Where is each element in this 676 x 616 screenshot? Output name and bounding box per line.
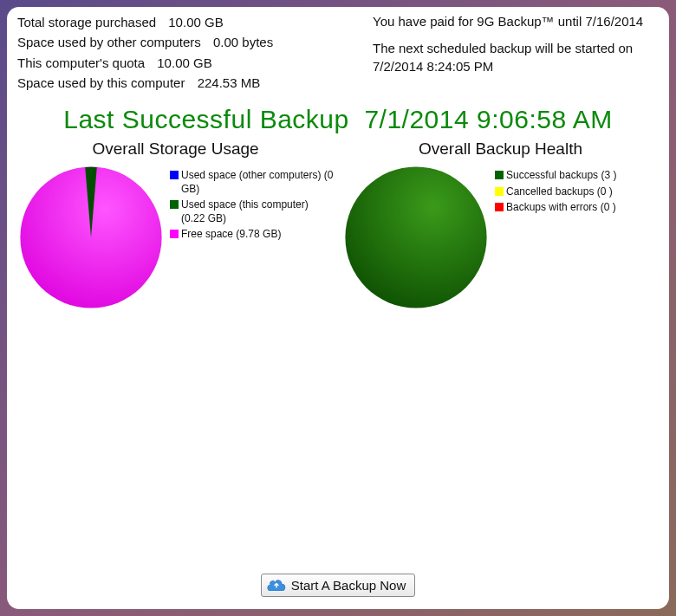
swatch-icon — [495, 187, 504, 196]
this-space-value: 224.53 MB — [198, 73, 261, 93]
health-chart-col: Overall Backup Health — [342, 139, 659, 311]
legend-label: Used space (this computer) (0.22 GB) — [181, 198, 334, 225]
this-space-label: Space used by this computer — [17, 73, 185, 93]
legend-label: Backups with errors (0 ) — [506, 201, 616, 215]
quota-label: This computer's quota — [17, 53, 145, 73]
legend-item: Used space (this computer) (0.22 GB) — [170, 198, 334, 225]
bottom-bar: Start A Backup Now — [7, 574, 669, 597]
legend-item: Backups with errors (0 ) — [495, 201, 616, 215]
start-backup-label: Start A Backup Now — [291, 578, 406, 593]
last-backup-prefix: Last Successful Backup — [63, 105, 349, 133]
legend-label: Used space (other computers) (0 GB) — [181, 169, 334, 196]
charts-row: Overall Storage Usage — [17, 139, 659, 311]
legend-item: Cancelled backups (0 ) — [495, 185, 616, 199]
total-storage-label: Total storage purchased — [17, 12, 156, 32]
next-backup-text: The next scheduled backup will be starte… — [373, 39, 659, 75]
health-legend: Successful backups (3 ) Cancelled backup… — [495, 169, 616, 217]
storage-pie-chart — [17, 164, 165, 311]
legend-label: Free space (9.78 GB) — [181, 228, 281, 242]
subscription-info: You have paid for 9G Backup™ until 7/16/… — [373, 12, 659, 93]
swatch-icon — [170, 200, 179, 209]
swatch-icon — [170, 230, 179, 238]
legend-label: Successful backups (3 ) — [506, 169, 616, 183]
cloud-upload-icon — [267, 577, 286, 593]
other-space-label: Space used by other computers — [17, 32, 201, 52]
swatch-icon — [495, 203, 504, 211]
top-info-row: Total storage purchased 10.00 GB Space u… — [17, 12, 659, 93]
health-pie-chart — [342, 164, 490, 311]
storage-legend: Used space (other computers) (0 GB) Used… — [170, 169, 334, 244]
quota-value: 10.00 GB — [157, 53, 211, 73]
start-backup-button[interactable]: Start A Backup Now — [261, 574, 416, 597]
legend-label: Cancelled backups (0 ) — [506, 185, 613, 199]
svg-point-1 — [345, 166, 486, 308]
last-backup-heading: Last Successful Backup 7/1/2014 9:06:58 … — [17, 105, 659, 134]
legend-item: Used space (other computers) (0 GB) — [170, 169, 334, 196]
storage-chart-col: Overall Storage Usage — [17, 139, 334, 311]
main-window: Total storage purchased 10.00 GB Space u… — [7, 7, 669, 609]
other-space-value: 0.00 bytes — [213, 32, 273, 52]
total-storage-value: 10.00 GB — [168, 12, 223, 32]
storage-stats: Total storage purchased 10.00 GB Space u… — [17, 12, 273, 93]
paid-until-text: You have paid for 9G Backup™ until 7/16/… — [373, 12, 659, 30]
health-chart-title: Overall Backup Health — [419, 139, 582, 159]
last-backup-timestamp: 7/1/2014 9:06:58 AM — [364, 105, 612, 133]
legend-item: Successful backups (3 ) — [495, 169, 616, 183]
legend-item: Free space (9.78 GB) — [170, 228, 334, 242]
swatch-icon — [170, 171, 179, 179]
storage-chart-title: Overall Storage Usage — [92, 139, 258, 159]
swatch-icon — [495, 171, 504, 179]
